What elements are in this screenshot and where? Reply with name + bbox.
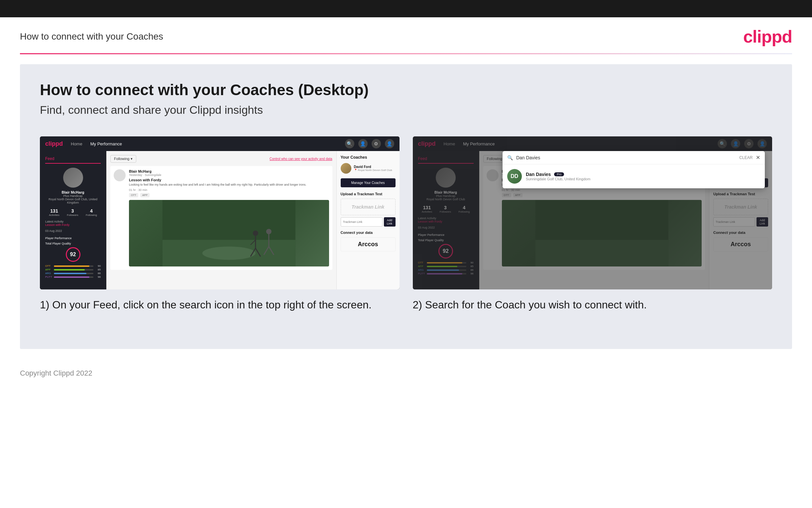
avatar-icon[interactable]: 👤 — [385, 139, 394, 149]
feed-label: Feed — [45, 156, 101, 164]
result-name: Dan Davies — [526, 172, 551, 177]
post-title: Lesson with Fordy — [129, 178, 329, 182]
arccos-logo: Arccos — [341, 237, 395, 252]
result-club: Sunningdale Golf Club, United Kingdom — [526, 177, 590, 181]
user-icon[interactable]: 👤 — [358, 139, 368, 149]
svg-point-3 — [253, 230, 258, 236]
step-2-description: 2) Search for the Coach you wish to conn… — [413, 297, 772, 312]
connect-data-title: Connect your data — [341, 230, 395, 235]
screenshot-2-frame: clippd Home My Performance 🔍 👤 ⚙ 👤 Feed — [413, 136, 772, 289]
nav-my-performance[interactable]: My Performance — [90, 141, 122, 146]
trackman-link-input[interactable] — [341, 217, 383, 226]
top-bar — [0, 0, 812, 17]
main-content: How to connect with your Coaches (Deskto… — [20, 64, 792, 349]
search-icon-2: 🔍 — [718, 139, 727, 149]
post-avatar — [114, 169, 126, 181]
close-search-button[interactable]: ✕ — [756, 154, 760, 161]
main-subheading: Find, connect and share your Clippd insi… — [40, 103, 772, 117]
search-input-value[interactable]: Dan Davies — [516, 155, 736, 160]
result-name-row: Dan Davies Pro — [526, 172, 590, 177]
performance-title: Player Performance — [45, 237, 101, 240]
svg-point-8 — [266, 229, 272, 234]
following-row: Following ▾ Control who can see your act… — [110, 155, 332, 163]
manage-coaches-button[interactable]: Manage Your Coaches — [341, 178, 395, 187]
avatar-icon-2: 👤 — [758, 139, 767, 149]
profile-avatar — [63, 168, 83, 187]
nav-my-performance-2: My Performance — [463, 141, 494, 146]
stat-activities: 131 Activities — [49, 208, 59, 217]
feed-post: Blair McHarg Yesterday · Sunningdale Les… — [110, 166, 332, 270]
post-content: Blair McHarg Yesterday · Sunningdale Les… — [129, 169, 329, 266]
step-1-text: 1) On your Feed, click on the search ico… — [40, 297, 399, 312]
result-info: Dan Davies Pro Sunningdale Golf Club, Un… — [526, 172, 590, 181]
stat-followers: 3 Followers — [67, 208, 78, 217]
profile-stats: 131 Activities 3 Followers 4 Following — [45, 208, 101, 217]
nav-home-2: Home — [444, 141, 456, 146]
coaches-panel: Your Coaches David Ford 📍 Royal North De… — [336, 151, 399, 289]
post-text: Looking to feel like my hands are exitin… — [129, 183, 329, 187]
post-image — [129, 200, 329, 266]
search-icon-overlay: 🔍 — [507, 155, 513, 160]
clippd-navbar: clippd Home My Performance 🔍 👤 ⚙ 👤 — [40, 136, 399, 151]
header-divider — [20, 53, 792, 54]
screenshot-1-container: clippd Home My Performance 🔍 👤 ⚙ 👤 Feed — [40, 136, 399, 312]
search-result[interactable]: DD Dan Davies Pro Sunningdale Golf Club,… — [503, 164, 765, 188]
coach-info: David Ford 📍 Royal North Devon Golf Club — [354, 165, 392, 172]
profile-section: Blair McHarg Plus Handicap Royal North D… — [45, 168, 101, 204]
coaches-title: Your Coaches — [341, 155, 395, 160]
control-link[interactable]: Control who can see your activity and da… — [270, 157, 332, 161]
coach-club: 📍 Royal North Devon Golf Club — [354, 169, 392, 172]
user-icon-2: 👤 — [731, 139, 740, 149]
bar-arg: ARG 86 — [45, 272, 101, 275]
clippd-body: Feed Blair McHarg Plus Handicap Royal No… — [40, 151, 399, 289]
svg-rect-13 — [535, 240, 668, 266]
latest-activity-label: Latest Activity — [45, 220, 101, 223]
clear-button[interactable]: CLEAR — [739, 155, 753, 160]
page-title: How to connect with your Coaches — [20, 31, 163, 42]
main-heading: How to connect with your Coaches (Deskto… — [40, 81, 772, 99]
poster-sub: Yesterday · Sunningdale — [129, 173, 329, 177]
settings-icon[interactable]: ⚙ — [372, 139, 381, 149]
profile-name: Blair McHarg — [45, 190, 101, 194]
tag-app: APP — [140, 193, 150, 197]
upload-trackman-title: Upload a Trackman Test — [341, 192, 395, 196]
nav-home[interactable]: Home — [71, 141, 83, 146]
step-1-description: 1) On your Feed, click on the search ico… — [40, 297, 399, 312]
nav-icons: 🔍 👤 ⚙ 👤 — [345, 139, 394, 149]
trackman-input-row: Add Link — [341, 217, 395, 226]
screenshot-2-container: clippd Home My Performance 🔍 👤 ⚙ 👤 Feed — [413, 136, 772, 312]
result-badge: Pro — [554, 172, 564, 176]
settings-icon-2: ⚙ — [744, 139, 754, 149]
trackman-logo-box: Trackman Link — [341, 199, 395, 215]
tag-ott: OTT — [129, 193, 138, 197]
latest-activity-date: 03 Aug 2022 — [45, 229, 101, 232]
search-overlay: 🔍 Dan Davies CLEAR ✕ DD Dan Davies Pro S — [503, 151, 765, 188]
result-avatar: DD — [507, 169, 522, 184]
total-quality-label: Total Player Quality — [45, 242, 101, 245]
poster-name: Blair McHarg — [129, 169, 329, 173]
left-profile-panel: Feed Blair McHarg Plus Handicap Royal No… — [40, 151, 106, 289]
feed-panel: Following ▾ Control who can see your act… — [106, 151, 336, 289]
following-button[interactable]: Following ▾ — [110, 155, 136, 163]
nav-icons-2: 🔍 👤 ⚙ 👤 — [718, 139, 767, 149]
bar-ott: OTT 90 — [45, 264, 101, 267]
left-panel-2: Feed Blair McHarg Plus Handicap Royal No… — [413, 151, 479, 289]
nav-logo-2: clippd — [418, 140, 436, 147]
stat-following: 4 Following — [86, 208, 97, 217]
quality-score: 92 — [66, 247, 81, 262]
profile-handicap: Plus Handicap — [45, 194, 101, 198]
clippd-logo: clippd — [743, 27, 792, 47]
copyright: Copyright Clippd 2022 — [0, 359, 812, 388]
bar-app: APP 85 — [45, 268, 101, 271]
svg-point-2 — [202, 247, 255, 260]
add-link-button[interactable]: Add Link — [384, 217, 395, 226]
search-icon[interactable]: 🔍 — [345, 139, 354, 149]
screenshot-1-frame: clippd Home My Performance 🔍 👤 ⚙ 👤 Feed — [40, 136, 399, 289]
nav-logo: clippd — [45, 140, 63, 147]
profile-club: Royal North Devon Golf Club, United King… — [45, 198, 101, 204]
performance-section: Player Performance Total Player Quality … — [45, 237, 101, 279]
step-2-text: 2) Search for the Coach you wish to conn… — [413, 297, 772, 312]
coach-item: David Ford 📍 Royal North Devon Golf Club — [341, 163, 395, 174]
search-bar: 🔍 Dan Davies CLEAR ✕ — [503, 151, 765, 164]
bar-putt: PUTT 96 — [45, 276, 101, 279]
